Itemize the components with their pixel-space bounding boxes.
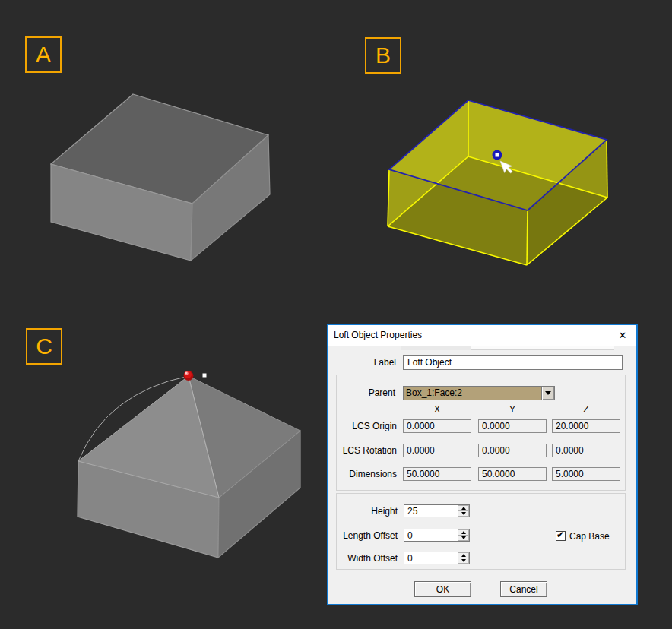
length-offset-input[interactable] [404, 529, 458, 541]
dimensions-x: 50.0000 [403, 467, 471, 481]
app-canvas: { "scene": { "background_color": "#2b2b2… [0, 0, 672, 629]
box-c-with-loft[interactable] [78, 371, 300, 558]
axis-header-y: Y [478, 405, 547, 415]
label-input[interactable] [403, 355, 623, 370]
panel-label-c-letter: C [36, 333, 52, 359]
width-offset-caption: Width Offset [337, 551, 398, 566]
panel-label-c: C [26, 328, 62, 365]
lcs-group-box: Parent Box_1:Face:2 X Y Z LCS Origin 0.0… [336, 375, 626, 491]
length-offset-spinner[interactable] [404, 529, 470, 542]
dialog-titlebar[interactable]: Loft Object Properties ✕ [328, 325, 636, 346]
cancel-button[interactable]: Cancel [500, 581, 547, 597]
apex-anchor-dot [203, 374, 207, 378]
loft-params-group-box: Height Length Offset Width Offset [336, 493, 626, 570]
label-field-caption: Label [328, 355, 396, 370]
lcs-origin-z: 20.0000 [552, 419, 620, 433]
box-a[interactable] [51, 94, 270, 261]
checkmark-icon: ✔ [556, 529, 564, 540]
parent-field-caption: Parent [337, 385, 395, 400]
dialog-title: Loft Object Properties [334, 325, 422, 346]
ok-button-label: OK [436, 584, 449, 595]
loft-apex-handle[interactable] [184, 371, 194, 381]
cap-base-caption: Cap Base [569, 529, 615, 544]
lcs-rotation-y: 0.0000 [478, 444, 547, 457]
close-button[interactable]: ✕ [613, 328, 632, 343]
spin-down-icon [461, 512, 466, 515]
dropdown-arrow-icon [545, 391, 551, 395]
width-offset-input[interactable] [404, 552, 458, 564]
lcs-origin-x: 0.0000 [403, 419, 471, 433]
overlap-artifact-left [401, 346, 471, 350]
lcs-origin-y: 0.0000 [478, 419, 547, 433]
lcs-rotation-x: 0.0000 [403, 444, 471, 457]
spin-up-icon [461, 507, 466, 510]
height-caption: Height [337, 504, 398, 519]
parent-combobox[interactable]: Box_1:Face:2 [403, 386, 555, 400]
length-offset-caption: Length Offset [337, 528, 398, 543]
lcs-rotation-caption: LCS Rotation [337, 443, 397, 458]
dimensions-y: 50.0000 [478, 467, 547, 481]
panel-label-b: B [365, 37, 401, 74]
face-selection-marker[interactable] [493, 150, 502, 160]
spin-up-icon [461, 554, 466, 557]
parent-combobox-value: Box_1:Face:2 [404, 387, 541, 400]
width-offset-spin-down-button[interactable] [458, 558, 469, 564]
cap-base-checkbox[interactable]: ✔ [556, 531, 566, 541]
height-spin-up-button[interactable] [458, 505, 469, 511]
axis-header-z: Z [552, 405, 620, 415]
panel-label-a-letter: A [36, 42, 51, 68]
width-offset-spin-up-button[interactable] [458, 552, 469, 558]
close-icon: ✕ [619, 330, 627, 341]
ok-button[interactable]: OK [414, 581, 471, 597]
height-input[interactable] [404, 505, 458, 517]
panel-label-b-letter: B [376, 43, 391, 68]
lcs-rotation-z: 0.0000 [552, 444, 620, 457]
spin-down-icon [461, 559, 466, 562]
length-offset-spin-up-button[interactable] [458, 529, 469, 536]
height-spinner[interactable] [404, 504, 470, 517]
spin-up-icon [461, 531, 466, 534]
dimensions-z: 5.0000 [552, 467, 620, 481]
lcs-origin-caption: LCS Origin [337, 419, 397, 434]
panel-label-a: A [25, 36, 62, 73]
loft-object-properties-dialog: Loft Object Properties ✕ Label Parent Bo… [327, 324, 638, 605]
spin-down-icon [461, 536, 466, 539]
cancel-button-label: Cancel [509, 584, 537, 595]
axis-header-x: X [403, 405, 471, 415]
parent-combobox-dropdown-button[interactable] [541, 387, 554, 400]
length-offset-spin-down-button[interactable] [458, 536, 469, 541]
width-offset-spinner[interactable] [404, 552, 470, 564]
box-b-selected[interactable] [388, 100, 607, 265]
dimensions-caption: Dimensions [337, 466, 397, 482]
height-spin-down-button[interactable] [458, 511, 469, 517]
overlap-artifact-right [471, 346, 614, 350]
